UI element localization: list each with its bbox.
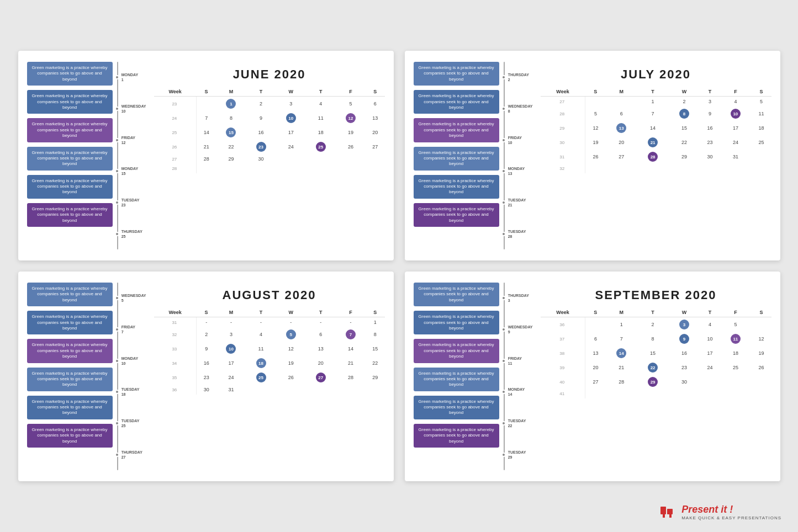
cal-day-cell: [700, 389, 720, 398]
highlighted-day: 23: [256, 142, 266, 152]
cal-header-cell: M: [216, 308, 246, 317]
table-row: 322345678: [154, 327, 385, 342]
cal-day-cell: [276, 154, 306, 164]
cal-header-cell: W: [669, 87, 700, 97]
cal-header-cell: S: [585, 308, 605, 317]
cal-day-cell: 13: [585, 346, 605, 360]
sidebar-blocks: Green marketing is a practice whereby co…: [27, 62, 113, 249]
cal-day-cell: 20: [585, 360, 605, 375]
cal-day-cell: 21: [637, 135, 669, 150]
cal-header-cell: T: [306, 87, 336, 97]
cal-day-cell: 21: [197, 140, 216, 154]
week-number: 28: [154, 164, 197, 173]
cal-day-cell: 21: [606, 360, 637, 375]
highlighted-day: 29: [648, 377, 658, 387]
week-number: 38: [541, 346, 585, 360]
sidebar-block-0: Green marketing is a practice whereby co…: [27, 283, 113, 306]
timeline-label-2: FRIDAY10: [508, 135, 533, 145]
cal-day-cell: 12: [585, 121, 605, 135]
cal-day-cell: 30: [197, 385, 216, 395]
cal-day-cell: [336, 385, 366, 395]
cal-header-cell: F: [720, 87, 751, 97]
cal-day-cell: [720, 389, 751, 398]
sidebar-block-2: Green marketing is a practice whereby co…: [27, 118, 113, 142]
cal-day-cell: 9: [246, 111, 276, 125]
cal-day-cell: 5: [585, 107, 605, 121]
slide-september2020: Green marketing is a practice whereby co…: [405, 272, 780, 481]
week-number: 36: [541, 317, 585, 332]
timeline-labels: THURSDAY3WEDNESDAY9FRIDAY11MONDAY14TUESD…: [505, 283, 535, 470]
cal-day-cell: 29: [669, 150, 700, 164]
table-row: 3612345: [541, 317, 771, 332]
highlighted-day: 8: [679, 109, 689, 119]
highlighted-day: 25: [316, 142, 326, 152]
cal-day-cell: 27: [366, 140, 385, 154]
week-number: 27: [154, 154, 197, 164]
cal-day-cell: 17: [216, 356, 246, 370]
timeline-dot-2: [501, 359, 506, 363]
cal-header-cell: T: [246, 87, 276, 97]
timeline-dot-2: [501, 138, 506, 142]
sidebar-block-1: Green marketing is a practice whereby co…: [414, 311, 499, 334]
cal-day-cell: [637, 164, 669, 173]
cal-day-cell: 20: [606, 135, 637, 150]
timeline-dot-1: [115, 107, 119, 111]
cal-day-cell: 28: [637, 150, 669, 164]
cal-day-cell: 23: [197, 370, 216, 385]
cal-day-cell: [720, 375, 751, 389]
calendar-table: WeekSMTWTFS36123453767891011123813141516…: [541, 308, 771, 398]
calendar-section: SEPTEMBER 2020WeekSMTWTFS361234537678910…: [535, 283, 771, 470]
week-number: 31: [541, 150, 585, 164]
cal-day-cell: 26: [276, 370, 306, 385]
cal-day-cell: 28: [197, 154, 216, 164]
sidebar-block-4: Green marketing is a practice whereby co…: [414, 175, 499, 199]
logo-area: Present it ! MAKE QUICK & EASY PRESENTAT…: [659, 503, 781, 521]
cal-day-cell: 18: [751, 121, 771, 135]
sidebar-block-5: Green marketing is a practice whereby co…: [414, 424, 499, 448]
cal-day-cell: 17: [700, 346, 720, 360]
timeline-label-2: FRIDAY11: [508, 356, 533, 366]
week-number: 41: [541, 389, 585, 398]
cal-header-cell: M: [216, 87, 246, 97]
timeline-label-4: TUESDAY21: [508, 198, 533, 208]
sidebar-block-2: Green marketing is a practice whereby co…: [27, 339, 113, 363]
cal-day-cell: 1: [637, 97, 669, 107]
timeline-dot-3: [501, 169, 506, 173]
cal-day-cell: 10: [720, 107, 751, 121]
cal-day-cell: [606, 164, 637, 173]
cal-day-cell: 22: [669, 135, 700, 150]
cal-day-cell: 26: [585, 150, 605, 164]
cal-day-cell: 1: [366, 317, 385, 328]
week-number: 26: [154, 140, 197, 154]
timeline-dot-3: [115, 390, 119, 394]
cal-day-cell: 3: [669, 317, 700, 332]
sidebar-block-0: Green marketing is a practice whereby co…: [414, 62, 499, 86]
cal-day-cell: 19: [751, 346, 771, 360]
cal-header-cell: M: [606, 87, 637, 97]
cal-day-cell: 10: [700, 332, 720, 346]
timeline-dot-0: [115, 296, 119, 300]
cal-day-cell: 30: [669, 375, 700, 389]
cal-day-cell: [585, 389, 605, 398]
cal-day-cell: [246, 385, 276, 395]
cal-day-cell: 26: [751, 360, 771, 375]
calendar-table: WeekSMTWTFS31------132234567833910111213…: [154, 308, 385, 395]
cal-day-cell: 6: [366, 97, 385, 111]
table-row: 2478910111213: [154, 111, 385, 125]
highlighted-day: 9: [679, 334, 689, 344]
timeline-label-5: THURSDAY27: [121, 450, 146, 460]
cal-day-cell: 3: [216, 327, 246, 342]
cal-header-cell: F: [336, 87, 366, 97]
timeline-dot-4: [115, 200, 119, 205]
highlighted-day: 10: [286, 113, 296, 123]
cal-day-cell: 8: [637, 332, 669, 346]
highlighted-day: 27: [316, 373, 326, 382]
table-row: 3920212223242526: [541, 360, 771, 375]
week-number: 27: [541, 97, 585, 107]
logo-tagline: MAKE QUICK & EASY PRESENTATIONS: [681, 515, 781, 520]
highlighted-day: 13: [616, 123, 626, 133]
cal-day-cell: [669, 389, 700, 398]
cal-day-cell: -: [336, 317, 366, 328]
week-number: 30: [541, 135, 585, 150]
week-number: 34: [154, 356, 197, 370]
